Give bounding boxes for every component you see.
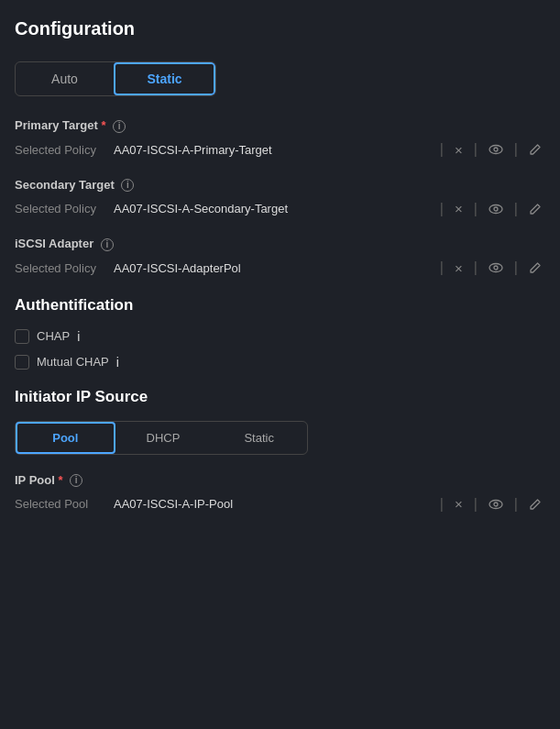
auto-toggle-btn[interactable]: Auto bbox=[16, 62, 114, 95]
iscsi-adapter-edit-btn[interactable] bbox=[525, 260, 545, 276]
secondary-target-info-icon[interactable]: i bbox=[121, 179, 134, 192]
svg-point-5 bbox=[494, 266, 498, 270]
page-title: Configuration bbox=[15, 18, 545, 39]
primary-target-policy-label: Selected Policy bbox=[15, 143, 106, 157]
ip-pool-pool-value: AA07-ISCSI-A-IP-Pool bbox=[114, 497, 433, 511]
secondary-target-policy-value: AA07-ISCSI-A-Secondary-Target bbox=[114, 202, 433, 215]
iscsi-adapter-section: iSCSI Adapter i Selected Policy AA07-ISC… bbox=[15, 237, 545, 278]
ip-pool-divider2: | bbox=[474, 496, 478, 513]
chap-row: CHAP i bbox=[15, 329, 545, 344]
secondary-target-view-btn[interactable] bbox=[485, 200, 507, 218]
static-toggle-btn[interactable]: Static bbox=[114, 62, 215, 95]
pool-toggle-btn[interactable]: Pool bbox=[16, 422, 115, 454]
primary-target-label: Primary Target * i bbox=[15, 118, 545, 133]
initiator-ip-source-section: Initiator IP Source Pool DHCP Static IP … bbox=[15, 388, 545, 514]
authentication-section: Authentification CHAP i Mutual CHAP i bbox=[15, 296, 545, 370]
primary-target-close-btn[interactable]: × bbox=[451, 140, 467, 160]
svg-point-6 bbox=[489, 500, 502, 508]
mutual-chap-checkbox[interactable] bbox=[15, 355, 29, 370]
mutual-chap-label: Mutual CHAP bbox=[37, 355, 109, 369]
iscsi-adapter-row: Selected Policy AA07-ISCSI-AdapterPol | … bbox=[15, 259, 545, 278]
secondary-target-divider2: | bbox=[474, 201, 478, 217]
iscsi-adapter-info-icon[interactable]: i bbox=[101, 238, 114, 251]
ip-pool-row: Selected Pool AA07-ISCSI-A-IP-Pool | × |… bbox=[15, 494, 545, 514]
svg-point-2 bbox=[489, 204, 502, 213]
svg-point-0 bbox=[489, 146, 502, 154]
chap-checkbox[interactable] bbox=[15, 329, 29, 344]
iscsi-adapter-divider2: | bbox=[474, 260, 478, 276]
primary-target-divider1: | bbox=[440, 141, 444, 158]
iscsi-adapter-label: iSCSI Adapter i bbox=[15, 237, 545, 251]
mutual-chap-info-icon[interactable]: i bbox=[116, 355, 119, 370]
svg-point-7 bbox=[494, 503, 498, 506]
dhcp-toggle-btn[interactable]: DHCP bbox=[115, 422, 212, 454]
svg-point-3 bbox=[494, 207, 498, 211]
primary-target-view-btn[interactable] bbox=[485, 140, 507, 159]
primary-target-section: Primary Target * i Selected Policy AA07-… bbox=[15, 118, 545, 160]
mode-toggle-group: Auto Static bbox=[15, 61, 216, 96]
ip-pool-divider3: | bbox=[514, 496, 518, 513]
primary-target-policy-value: AA07-ISCSI-A-Primary-Target bbox=[114, 143, 433, 157]
secondary-target-close-btn[interactable]: × bbox=[451, 199, 467, 218]
ip-pool-info-icon[interactable]: i bbox=[70, 474, 82, 487]
ip-pool-close-btn[interactable]: × bbox=[451, 494, 467, 514]
mutual-chap-row: Mutual CHAP i bbox=[15, 355, 545, 370]
svg-point-1 bbox=[494, 148, 498, 151]
ip-pool-divider1: | bbox=[440, 496, 444, 513]
chap-label: CHAP bbox=[37, 329, 70, 343]
iscsi-adapter-policy-value: AA07-ISCSI-AdapterPol bbox=[114, 261, 433, 275]
iscsi-adapter-view-btn[interactable] bbox=[485, 259, 507, 277]
authentication-heading: Authentification bbox=[15, 296, 545, 315]
iscsi-adapter-divider3: | bbox=[514, 260, 518, 276]
primary-target-divider2: | bbox=[474, 141, 478, 158]
primary-target-divider3: | bbox=[514, 141, 518, 158]
secondary-target-label: Secondary Target i bbox=[15, 178, 545, 193]
iscsi-adapter-policy-label: Selected Policy bbox=[15, 261, 106, 275]
primary-target-info-icon[interactable]: i bbox=[113, 120, 126, 133]
svg-point-4 bbox=[489, 264, 502, 272]
primary-target-edit-btn[interactable] bbox=[525, 141, 545, 158]
ip-pool-section: IP Pool * i Selected Pool AA07-ISCSI-A-I… bbox=[15, 473, 545, 514]
secondary-target-edit-btn[interactable] bbox=[525, 201, 545, 217]
iscsi-adapter-close-btn[interactable]: × bbox=[451, 259, 467, 278]
secondary-target-divider3: | bbox=[514, 201, 518, 217]
ip-pool-edit-btn[interactable] bbox=[525, 496, 545, 513]
secondary-target-policy-label: Selected Policy bbox=[15, 202, 106, 215]
secondary-target-section: Secondary Target i Selected Policy AA07-… bbox=[15, 178, 545, 219]
ip-pool-pool-label: Selected Pool bbox=[15, 497, 106, 511]
iscsi-adapter-divider1: | bbox=[440, 260, 444, 276]
secondary-target-divider1: | bbox=[440, 201, 444, 217]
primary-target-row: Selected Policy AA07-ISCSI-A-Primary-Tar… bbox=[15, 140, 545, 160]
initiator-toggle-group: Pool DHCP Static bbox=[15, 421, 308, 455]
chap-info-icon[interactable]: i bbox=[77, 329, 80, 344]
secondary-target-row: Selected Policy AA07-ISCSI-A-Secondary-T… bbox=[15, 199, 545, 218]
static-toggle-btn[interactable]: Static bbox=[211, 422, 307, 454]
primary-target-required: * bbox=[101, 118, 105, 132]
ip-pool-required: * bbox=[58, 473, 62, 487]
ip-pool-view-btn[interactable] bbox=[485, 495, 507, 514]
initiator-ip-source-heading: Initiator IP Source bbox=[15, 388, 545, 406]
ip-pool-label: IP Pool * i bbox=[15, 473, 545, 488]
